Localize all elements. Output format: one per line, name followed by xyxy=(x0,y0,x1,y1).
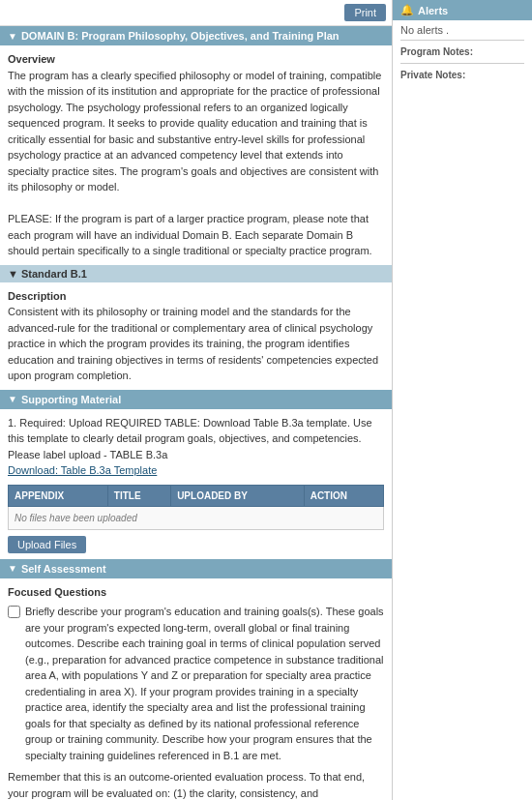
col-action: ACTION xyxy=(304,485,383,506)
self-assessment-header[interactable]: ▼ Self Assessment xyxy=(0,559,392,578)
col-uploaded-by: UPLOADED BY xyxy=(171,485,305,506)
standard-header-label: Standard B.1 xyxy=(21,268,87,280)
download-template-link[interactable]: Download: Table B.3a Template xyxy=(8,464,157,476)
domain-section-body: Overview The program has a clearly speci… xyxy=(0,45,392,265)
supporting-instruction: 1. Required: Upload REQUIRED TABLE: Down… xyxy=(8,417,372,460)
supporting-collapse-arrow: ▼ xyxy=(8,394,17,404)
col-title: TITLE xyxy=(107,485,170,506)
notice-text: PLEASE: If the program is part of a larg… xyxy=(8,213,372,256)
supporting-material-header[interactable]: ▼ Supporting Material xyxy=(0,390,392,409)
domain-section-header[interactable]: ▼ DOMAIN B: Program Philosophy, Objectiv… xyxy=(0,26,392,45)
supporting-material-body: 1. Required: Upload REQUIRED TABLE: Down… xyxy=(0,409,392,559)
self-assessment-collapse-arrow: ▼ xyxy=(8,563,17,574)
print-button[interactable]: Print xyxy=(344,4,386,21)
col-appendix: APPENDIX xyxy=(9,485,108,506)
upload-files-button[interactable]: Upload Files xyxy=(8,536,86,553)
no-files-text: No files have been uploaded xyxy=(9,506,384,529)
no-files-row: No files have been uploaded xyxy=(9,506,384,529)
alerts-header[interactable]: 🔔 Alerts xyxy=(393,0,532,20)
question-row: Briefly describe your program's educatio… xyxy=(8,604,384,763)
standard-collapse-arrow: ▼ xyxy=(8,268,18,280)
standard-header[interactable]: ▼ Standard B.1 xyxy=(0,265,392,282)
overview-text: The program has a clearly specified phil… xyxy=(8,70,381,193)
self-assessment-body: Focused Questions Briefly describe your … xyxy=(0,578,392,801)
private-notes-label: Private Notes: xyxy=(400,68,524,82)
alerts-label: Alerts xyxy=(418,5,448,16)
self-assessment-label: Self Assessment xyxy=(21,563,106,575)
question-checkbox[interactable] xyxy=(8,606,20,618)
description-text: Consistent with its philosophy or traini… xyxy=(8,306,378,381)
description-label: Description xyxy=(8,290,67,302)
standard-body: Description Consistent with its philosop… xyxy=(0,282,392,390)
supporting-header-label: Supporting Material xyxy=(21,394,121,405)
domain-header-label: DOMAIN B: Program Philosophy, Objectives… xyxy=(21,30,340,42)
remember-text: Remember that this is an outcome-oriente… xyxy=(8,769,384,800)
overview-label: Overview xyxy=(8,53,55,65)
right-panel: 🔔 Alerts No alerts . Program Notes: Priv… xyxy=(392,0,532,800)
no-alerts-text: No alerts . xyxy=(400,24,524,36)
domain-collapse-arrow: ▼ xyxy=(8,31,17,42)
focused-questions-label: Focused Questions xyxy=(8,584,384,601)
alerts-bell-icon: 🔔 xyxy=(400,4,414,16)
alerts-body: No alerts . Program Notes: Private Notes… xyxy=(393,20,532,86)
question-text: Briefly describe your program's educatio… xyxy=(25,604,384,763)
files-table: APPENDIX TITLE UPLOADED BY ACTION No fil… xyxy=(8,485,384,530)
program-notes-label: Program Notes: xyxy=(400,44,524,59)
